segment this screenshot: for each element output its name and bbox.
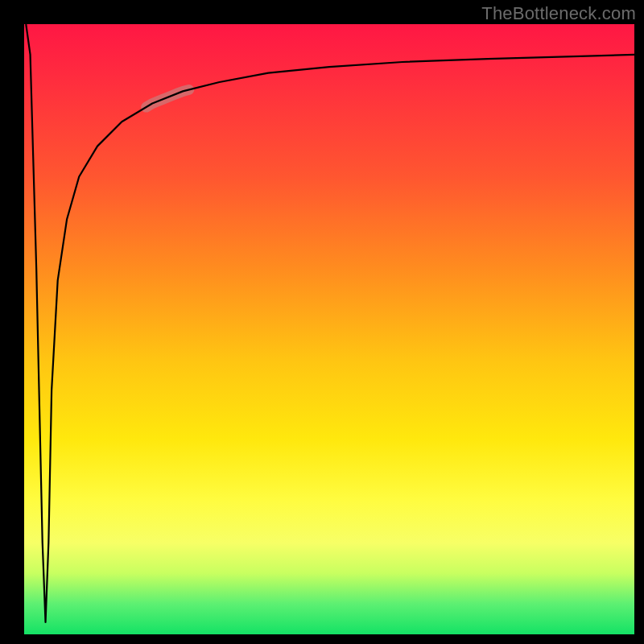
curve-svg bbox=[24, 24, 634, 634]
watermark-text: TheBottleneck.com bbox=[481, 3, 636, 24]
plot-area bbox=[24, 24, 634, 634]
chart-frame: TheBottleneck.com bbox=[0, 0, 644, 644]
highlight-segment bbox=[147, 89, 189, 107]
bottleneck-curve bbox=[26, 24, 634, 622]
